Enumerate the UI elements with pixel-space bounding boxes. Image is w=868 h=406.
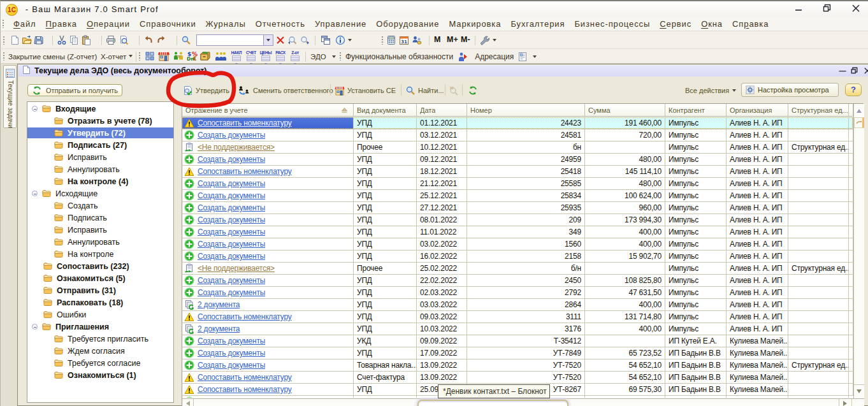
cell-structural-unit[interactable] [788, 238, 849, 250]
cell-counterparty[interactable]: Импульс [665, 214, 727, 226]
cell-counterparty[interactable]: Импульс [665, 190, 727, 202]
menu-13[interactable]: Окна [701, 19, 723, 29]
cell-number[interactable]: бн [467, 141, 585, 154]
cell-doc-type[interactable]: УПД [354, 287, 417, 299]
cell-organization[interactable]: Алиев Н. А. ИП [727, 238, 788, 250]
tree-item-22[interactable]: Требуется согласие [27, 357, 173, 369]
tree-item-7[interactable]: На контроле (4) [27, 175, 173, 187]
tree-item-13[interactable]: На контроле [27, 248, 173, 260]
toolbar-grip[interactable] [339, 52, 342, 61]
cell-organization[interactable]: Алиев Н. А. ИП [727, 190, 788, 202]
action-link[interactable]: Создать документы [198, 191, 265, 200]
column-header-4[interactable]: Номер [467, 104, 585, 117]
cell-counterparty[interactable]: Импульс [665, 287, 727, 299]
employees-button[interactable] [214, 51, 227, 61]
print-button[interactable] [106, 35, 116, 45]
action-link[interactable]: <Не поддерживается> [198, 143, 275, 152]
addressing-button[interactable]: Адресация [475, 52, 514, 61]
cell-date[interactable]: 10.03.2022 [417, 323, 467, 335]
cell-organization[interactable]: Алиев Н. А. ИП [727, 154, 788, 166]
menu-8[interactable]: Оборудование [376, 19, 439, 29]
cell-organization[interactable]: Кулиева Малей... [727, 372, 788, 384]
toolbar-grip[interactable] [3, 52, 6, 61]
table-row-22[interactable]: Сопоставить номенклатуруСчет-фактура13.0… [182, 372, 853, 384]
tree-item-14[interactable]: Сопоставить (232) [27, 260, 173, 272]
cell-doc-type[interactable]: УПД [354, 129, 417, 141]
cell-counterparty[interactable]: Импульс [665, 299, 727, 311]
menu-5[interactable]: Журналы [206, 19, 246, 29]
approve-button[interactable]: Утвердить [183, 85, 229, 96]
cell-amount[interactable]: 108 825,80 [585, 275, 665, 287]
cell-accounting-action[interactable]: 2 документа [182, 323, 354, 335]
cell-accounting-action[interactable]: Создать документы [182, 359, 354, 372]
cell-number[interactable]: 25418 [467, 166, 585, 178]
tree-item-17[interactable]: Распаковать (18) [27, 296, 173, 308]
cell-counterparty[interactable]: ИП Бадьин В.В [665, 372, 727, 384]
menu-9[interactable]: Маркировка [449, 19, 501, 29]
report-2-button[interactable]: СЧЕТ [245, 51, 257, 63]
column-header-5[interactable]: Сумма [585, 104, 665, 117]
cell-date[interactable]: 08.01.2022 [417, 214, 467, 226]
new-document-button[interactable] [10, 35, 20, 45]
cell-organization[interactable]: Алиев Н. А. ИП [727, 311, 788, 323]
action-link[interactable]: Создать документы [198, 131, 265, 140]
cell-counterparty[interactable]: Импульс [665, 178, 727, 190]
print-preview-button[interactable] [119, 35, 129, 45]
table-row-4[interactable]: Создать документыУПД09.12.202124959480,0… [182, 154, 853, 166]
tree-item-12[interactable]: Аннулировать [27, 236, 173, 248]
action-link[interactable]: Создать документы [198, 288, 265, 297]
cell-doc-type[interactable]: УПД [354, 323, 417, 335]
search-dropdown-icon[interactable] [263, 35, 273, 45]
collapse-icon[interactable] [32, 191, 38, 196]
action-link[interactable]: Создать документы [198, 252, 265, 261]
cell-accounting-action[interactable]: Сопоставить номенклатуру [182, 166, 354, 178]
table-row-18[interactable]: 2 документаУПД10.03.20223176400,00Импуль… [182, 323, 853, 335]
action-link[interactable]: Сопоставить номенклатуру [198, 385, 292, 394]
cell-doc-type[interactable]: УПД [354, 214, 417, 226]
cell-structural-unit[interactable]: Структурная ед... [788, 359, 849, 372]
structure-button[interactable] [145, 51, 155, 61]
close-button[interactable] [847, 3, 865, 16]
cell-amount[interactable]: 400,00 [585, 238, 665, 250]
cell-amount[interactable]: 960,00 [585, 202, 665, 214]
cell-number[interactable]: 2158 [467, 250, 585, 263]
cell-organization[interactable]: Кулиева Малей... [727, 384, 788, 396]
cell-organization[interactable]: Кулиева Малей... [727, 335, 788, 347]
cell-structural-unit[interactable] [788, 226, 849, 238]
cell-doc-type[interactable]: УПД [354, 154, 417, 166]
action-link[interactable]: Создать документы [198, 276, 265, 285]
currencies-button[interactable]: $%Dm€ [187, 51, 198, 61]
tree-item-20[interactable]: Требуется пригласить [27, 333, 173, 345]
cell-amount[interactable]: 100 624,00 [585, 190, 665, 202]
column-header-3[interactable]: Дата [417, 104, 467, 117]
cell-date[interactable]: 17.09.2022 [417, 347, 467, 359]
refresh-button[interactable] [468, 85, 481, 96]
cell-amount[interactable]: 400,00 [585, 226, 665, 238]
action-link[interactable]: Создать документы [198, 349, 265, 358]
toolbar-grip[interactable] [3, 36, 6, 45]
cell-structural-unit[interactable] [788, 335, 849, 347]
menu-7[interactable]: Управление [315, 19, 366, 29]
tree-item-19[interactable]: Приглашения [27, 321, 173, 333]
cell-date[interactable]: 09.09.2022 [417, 335, 467, 347]
report-5-button[interactable]: Z-от [289, 51, 301, 63]
cell-amount[interactable]: 131 714,80 [585, 311, 665, 323]
cell-doc-type[interactable]: УПД [354, 190, 417, 202]
menu-11[interactable]: Бизнес-процессы [574, 19, 650, 29]
cell-doc-type[interactable]: УПД [354, 299, 417, 311]
edo-restore-button[interactable] [848, 65, 860, 76]
table-row-6[interactable]: Создать документыУПД21.12.202125585480,0… [182, 178, 853, 190]
cell-accounting-action[interactable]: Создать документы [182, 178, 354, 190]
column-header-1[interactable]: Отражение в учете [182, 104, 354, 117]
cell-date[interactable]: 10.12.2021 [417, 141, 467, 154]
cell-accounting-action[interactable]: Создать документы [182, 287, 354, 299]
menu-2[interactable]: Правка [46, 19, 77, 29]
cell-amount[interactable]: 65 723,52 [585, 347, 665, 359]
cell-doc-type[interactable]: Прочее [354, 263, 417, 275]
change-responsible-button[interactable]: Сменить ответственного [238, 85, 333, 96]
column-header-6[interactable]: Контрагент [665, 104, 727, 117]
cell-counterparty[interactable]: Импульс [665, 141, 727, 154]
cell-organization[interactable]: Алиев Н. А. ИП [727, 299, 788, 311]
cell-counterparty[interactable]: ИП Бадьин В.В [665, 347, 727, 359]
cell-accounting-action[interactable]: <Не поддерживается> [182, 141, 354, 154]
